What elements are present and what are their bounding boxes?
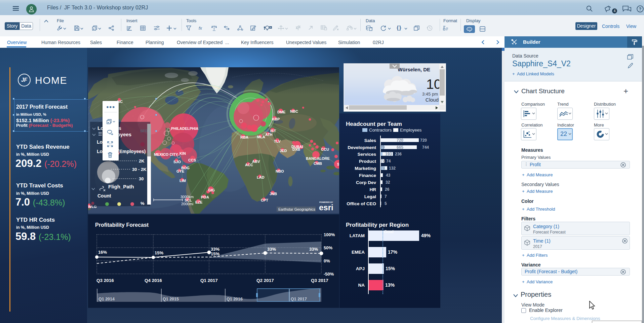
svg-text:CCU: CCU: [321, 147, 329, 151]
svg-text:CMB: CMB: [314, 162, 322, 166]
svg-text:?: ?: [639, 7, 642, 11]
svg-text:Q1 2017: Q1 2017: [200, 278, 218, 283]
svg-text:LIM: LIM: [179, 179, 186, 183]
svg-text:50%: 50%: [324, 245, 332, 250]
svg-text:MEXICO CITY: MEXICO CITY: [154, 152, 178, 156]
svg-text:EZE: EZE: [195, 200, 202, 204]
svg-text:fx: fx: [199, 26, 202, 31]
svg-text:-50%: -50%: [324, 272, 334, 277]
svg-text:Q1 2014: Q1 2014: [98, 297, 115, 301]
svg-text:NBO: NBO: [276, 169, 284, 173]
svg-text:JNB: JNB: [270, 192, 277, 196]
svg-text:Q1 2015: Q1 2015: [163, 297, 179, 301]
svg-text:100%: 100%: [324, 232, 335, 237]
svg-text:ABV: ABV: [252, 159, 260, 164]
svg-text:DXB: DXB: [292, 147, 300, 151]
svg-text:NBC: NBC: [290, 109, 298, 113]
svg-text:esri: esri: [319, 203, 333, 212]
svg-text:Q3 2017: Q3 2017: [311, 278, 328, 283]
svg-text:Earthstar Geographics: Earthstar Geographics: [278, 207, 316, 211]
svg-text:DME: DME: [277, 110, 285, 114]
svg-text:ACC: ACC: [245, 163, 253, 167]
svg-text:Q2 2017: Q2 2017: [256, 278, 274, 283]
svg-text:POA: POA: [201, 195, 209, 199]
svg-text:BANGALORE: BANGALORE: [306, 156, 330, 160]
svg-text:MLA: MLA: [257, 135, 265, 139]
svg-text:CCS: CCS: [188, 158, 196, 162]
svg-text:IST: IST: [270, 129, 276, 133]
svg-text:Q1 2016: Q1 2016: [227, 297, 243, 301]
svg-text:KIN: KIN: [179, 151, 186, 155]
svg-text:RBA: RBA: [240, 135, 248, 139]
svg-text:33%: 33%: [211, 247, 219, 252]
svg-text:SJO: SJO: [173, 160, 181, 164]
svg-text:GIG: GIG: [208, 188, 215, 192]
svg-text:SI: SI: [337, 162, 339, 166]
svg-text:16%: 16%: [98, 250, 107, 255]
svg-text:TLV: TLV: [274, 139, 281, 143]
svg-text:33%: 33%: [267, 247, 276, 252]
svg-text:Q3 2016: Q3 2016: [96, 278, 114, 283]
svg-text:LAD: LAD: [257, 175, 265, 179]
svg-text:KBP: KBP: [272, 117, 280, 121]
svg-text:33%: 33%: [309, 247, 318, 252]
svg-text:2000mi: 2000mi: [181, 202, 193, 206]
svg-text:PHILADELPHIA: PHILADELPHIA: [171, 127, 198, 131]
svg-text:CPT: CPT: [261, 198, 268, 202]
svg-text:ATH: ATH: [265, 133, 273, 137]
svg-text:15%: 15%: [155, 250, 163, 255]
svg-text:3000km: 3000km: [180, 195, 194, 199]
svg-text:Q4 2016: Q4 2016: [145, 278, 162, 283]
svg-text:0%: 0%: [324, 258, 330, 263]
svg-text:JED: JED: [280, 149, 287, 153]
svg-text:15%: 15%: [211, 251, 219, 256]
svg-text:GYE: GYE: [176, 169, 184, 173]
